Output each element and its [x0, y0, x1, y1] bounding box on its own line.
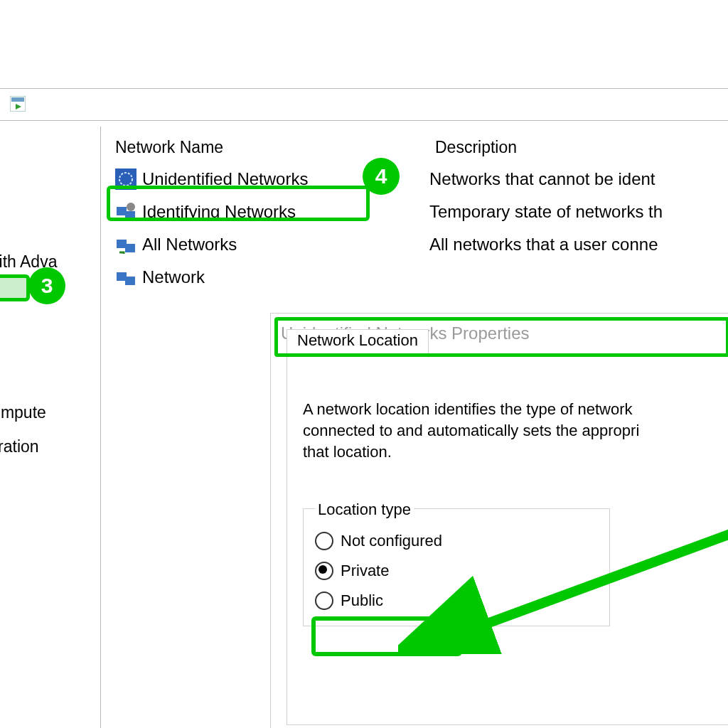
svg-rect-10 [117, 272, 127, 281]
dialog-body-line: that location. [303, 441, 728, 463]
toolbar-play-icon[interactable] [10, 96, 26, 112]
column-network-name[interactable]: Network Name [115, 138, 435, 157]
svg-rect-9 [125, 244, 135, 252]
tree-item-compute[interactable]: l Compute [0, 395, 100, 429]
column-headers: Network Name Description [107, 127, 728, 163]
dialog-body-text: A network location identifies the type o… [287, 355, 728, 626]
properties-dialog: Unidentified Networks Properties Network… [270, 313, 728, 728]
dialog-body-line: A network location identifies the type o… [303, 399, 728, 420]
tree-item-s2[interactable]: s [0, 361, 100, 395]
radio-icon [315, 592, 333, 610]
tree-item-s1[interactable]: s [0, 327, 100, 361]
highlight-unidentified-networks [107, 186, 370, 221]
list-item-label: Network [142, 267, 429, 287]
toolbar [0, 88, 728, 121]
svg-rect-11 [125, 277, 135, 285]
radio-icon [315, 532, 333, 550]
radio-label: Not configured [341, 530, 442, 552]
location-type-fieldset: Location type Not configured Private [303, 508, 610, 626]
tree-pane: with Adva ies s s l Compute figuration [0, 127, 101, 728]
radio-label: Public [341, 590, 383, 611]
fieldset-legend: Location type [315, 499, 414, 520]
list-item-desc: Networks that cannot be ident [429, 169, 655, 189]
column-description[interactable]: Description [435, 138, 721, 157]
network-all-icon [115, 234, 136, 255]
svg-rect-8 [117, 240, 127, 248]
list-item-network[interactable]: Network [107, 261, 728, 294]
annotation-badge-3: 3 [28, 267, 65, 304]
list-item-label: All Networks [142, 235, 429, 255]
radio-label: Private [341, 560, 389, 582]
highlight-tree-ies [0, 274, 30, 301]
svg-rect-1 [11, 97, 24, 102]
network-icon [115, 267, 136, 288]
annotation-badge-4: 4 [363, 158, 400, 195]
dialog-tab-panel: Network Location A network location iden… [287, 355, 728, 725]
radio-icon [315, 562, 333, 580]
radio-not-configured[interactable]: Not configured [315, 526, 602, 556]
list-item-all-networks[interactable]: All Networks All networks that a user co… [107, 228, 728, 261]
dialog-body-line: connected to and automatically sets the … [303, 420, 728, 441]
app-window: with Adva ies s s l Compute figuration N… [0, 0, 728, 728]
list-item-desc: All networks that a user conne [429, 235, 658, 255]
radio-public[interactable]: Public [315, 586, 602, 616]
list-item-desc: Temporary state of networks th [429, 202, 663, 222]
highlight-private-radio [311, 616, 462, 656]
highlight-dialog-title [274, 317, 728, 357]
tree-item-figuration[interactable]: figuration [0, 429, 100, 464]
radio-private[interactable]: Private [315, 556, 602, 586]
